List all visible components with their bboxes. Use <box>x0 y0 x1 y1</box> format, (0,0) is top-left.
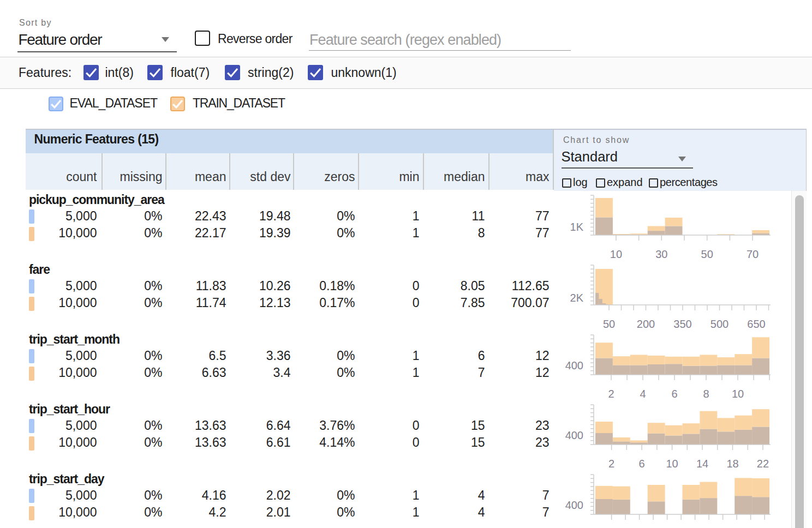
svg-text:2: 2 <box>608 388 614 400</box>
svg-text:400: 400 <box>565 499 583 511</box>
svg-text:2: 2 <box>608 458 614 470</box>
svg-text:18: 18 <box>726 458 738 470</box>
svg-text:8: 8 <box>703 388 709 400</box>
svg-text:6: 6 <box>639 458 645 470</box>
svg-text:400: 400 <box>565 359 583 371</box>
svg-text:22: 22 <box>757 458 769 470</box>
svg-text:650: 650 <box>747 318 765 330</box>
svg-text:10: 10 <box>666 458 678 470</box>
svg-text:30: 30 <box>655 248 667 260</box>
svg-text:70: 70 <box>747 248 759 260</box>
svg-text:50: 50 <box>701 248 713 260</box>
svg-text:10: 10 <box>610 248 622 260</box>
svg-text:50: 50 <box>603 318 615 330</box>
svg-text:350: 350 <box>673 318 691 330</box>
svg-text:4: 4 <box>640 388 646 400</box>
svg-text:400: 400 <box>565 429 583 441</box>
svg-text:2K: 2K <box>570 292 584 304</box>
svg-text:10: 10 <box>732 388 744 400</box>
svg-text:14: 14 <box>696 458 708 470</box>
svg-text:200: 200 <box>637 318 655 330</box>
svg-text:500: 500 <box>710 318 729 330</box>
svg-text:1K: 1K <box>570 221 584 233</box>
svg-text:6: 6 <box>671 388 677 400</box>
